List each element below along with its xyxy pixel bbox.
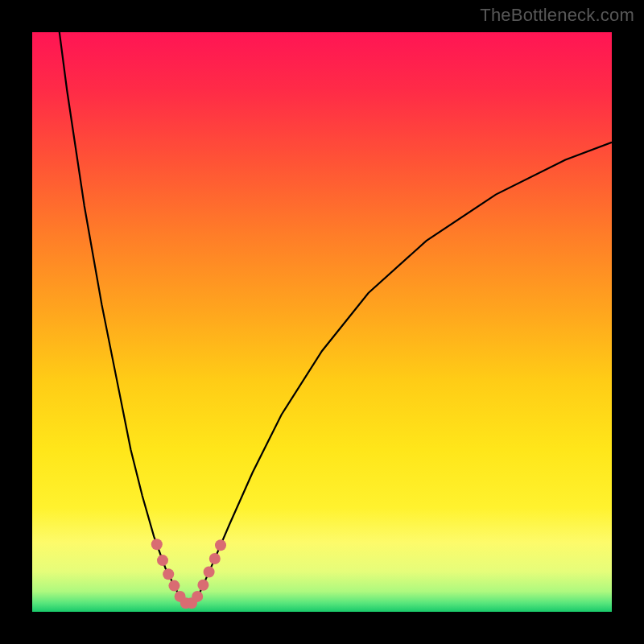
valley-marker [197,580,208,591]
marker-group [151,539,226,609]
valley-marker [192,591,203,602]
curve-path [32,32,612,605]
watermark-text: TheBottleneck.com [480,5,634,26]
valley-marker [204,567,215,578]
valley-marker [157,555,168,566]
chart-frame: TheBottleneck.com [0,0,644,644]
valley-marker [215,539,226,551]
valley-marker [151,539,163,550]
bottleneck-curve [32,32,612,612]
valley-marker [168,580,180,592]
valley-marker [209,553,221,564]
valley-marker [163,568,174,580]
plot-area [32,32,612,612]
